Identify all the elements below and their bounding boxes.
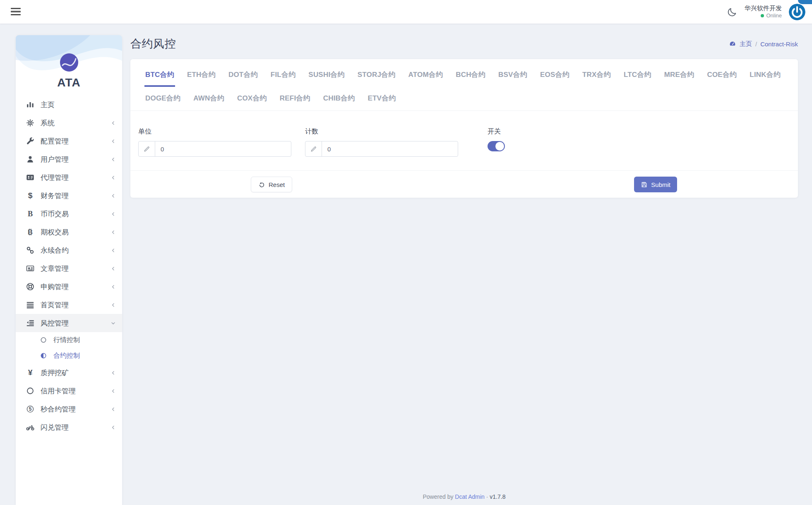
tab-chib-contract[interactable]: CHIB合约 <box>322 87 356 110</box>
sidebar-item-label: 币币交易 <box>41 209 110 219</box>
tab-mre-contract[interactable]: MRE合约 <box>663 63 695 87</box>
yen-icon: ¥ <box>26 368 35 377</box>
chevron-left-icon <box>110 406 116 412</box>
navbar-right-cluster: 华兴软件开发 Online <box>727 0 805 24</box>
tab-link-contract[interactable]: LINK合约 <box>749 63 781 87</box>
svg-text:¥: ¥ <box>28 368 33 377</box>
tab-etv-contract[interactable]: ETV合约 <box>367 87 396 110</box>
sidebar-item-label: 首页管理 <box>41 300 110 310</box>
tab-fil-contract[interactable]: FIL合约 <box>270 63 297 87</box>
main-content: 合约风控 主页 / Contract-Risk BTC合约ETH合约DOT合约F… <box>130 35 798 198</box>
user-status: Online <box>745 12 782 19</box>
circle-outline-icon <box>26 386 35 395</box>
switch-label: 开关 <box>488 127 505 136</box>
sidebar-item-agents[interactable]: 代理管理 <box>16 168 122 187</box>
sidebar-item-homepage[interactable]: 首页管理 <box>16 296 122 314</box>
sidebar-subitem-label: 行情控制 <box>53 336 116 345</box>
sidebar-item-subscription[interactable]: 申购管理 <box>16 278 122 296</box>
sidebar-item-credit-card[interactable]: 信用卡管理 <box>16 382 122 400</box>
tab-ltc-contract[interactable]: LTC合约 <box>623 63 652 87</box>
motorcycle-icon <box>26 423 35 432</box>
pencil-icon <box>305 141 322 156</box>
sidebar-item-config[interactable]: 配置管理 <box>16 132 122 150</box>
sidebar-item-risk-control[interactable]: 风控管理 <box>16 314 122 332</box>
count-input-group <box>305 141 458 157</box>
submit-label: Submit <box>651 181 670 188</box>
sidebar-item-label: 秒合约管理 <box>41 404 110 414</box>
sidebar-item-flash-swap[interactable]: 闪兑管理 <box>16 418 122 436</box>
sidebar-item-articles[interactable]: 文章管理 <box>16 259 122 278</box>
count-input[interactable] <box>322 141 458 156</box>
tab-awn-contract[interactable]: AWN合约 <box>192 87 225 110</box>
pencil-icon <box>139 141 155 156</box>
chevron-left-icon <box>110 120 116 126</box>
dark-mode-moon-icon[interactable] <box>727 7 738 17</box>
sidebar-item-staking[interactable]: ¥质押挖矿 <box>16 364 122 382</box>
sidebar-item-seconds-contract[interactable]: 5秒合约管理 <box>16 400 122 418</box>
dashboard-gauge-icon <box>729 40 736 48</box>
circle-outline-icon <box>40 336 47 344</box>
chevron-left-icon <box>110 284 116 290</box>
breadcrumb-home-link[interactable]: 主页 <box>740 40 752 48</box>
tab-btc-contract[interactable]: BTC合约 <box>144 63 175 87</box>
user-avatar[interactable] <box>789 4 805 20</box>
sidebar-item-home[interactable]: 主页 <box>16 96 122 114</box>
svg-text:5: 5 <box>29 406 32 412</box>
unit-input[interactable] <box>155 141 291 156</box>
tab-cox-contract[interactable]: COX合约 <box>236 87 268 110</box>
number-5-icon: 5 <box>26 404 35 414</box>
undo-icon <box>258 181 265 188</box>
tab-eth-contract[interactable]: ETH合约 <box>186 63 216 87</box>
online-label: Online <box>766 12 782 19</box>
brand-name: ATA <box>16 76 122 89</box>
tab-refi-contract[interactable]: REFI合约 <box>279 87 311 110</box>
sidebar-item-label: 财务管理 <box>41 191 110 201</box>
tab-eos-contract[interactable]: EOS合约 <box>539 63 570 87</box>
dcat-admin-link[interactable]: Dcat Admin <box>455 493 485 500</box>
page-header: 合约风控 主页 / Contract-Risk <box>130 35 798 53</box>
online-dot-icon <box>761 14 764 17</box>
sidebar-item-options-trade[interactable]: B期权交易 <box>16 223 122 241</box>
svg-text:$: $ <box>28 191 33 200</box>
chevron-left-icon <box>110 175 116 181</box>
tab-trx-contract[interactable]: TRX合约 <box>581 63 612 87</box>
tab-doge-contract[interactable]: DOGE合约 <box>144 87 181 110</box>
tab-atom-contract[interactable]: ATOM合约 <box>407 63 444 87</box>
sidebar-item-perpetual[interactable]: 永续合约 <box>16 241 122 259</box>
user-menu[interactable]: 华兴软件开发 Online <box>745 5 782 19</box>
brand-logo-icon[interactable] <box>60 53 78 72</box>
gear-icon <box>26 118 35 127</box>
switch-toggle[interactable] <box>488 141 505 151</box>
sidebar-item-finance[interactable]: $财务管理 <box>16 187 122 205</box>
sidebar-subitem-contract-control[interactable]: 合约控制 <box>16 348 122 364</box>
tab-bsv-contract[interactable]: BSV合约 <box>497 63 528 87</box>
tab-coe-contract[interactable]: COE合约 <box>706 63 738 87</box>
sidebar-item-users[interactable]: 用户管理 <box>16 150 122 168</box>
wrench-icon <box>26 136 35 146</box>
submit-button[interactable]: Submit <box>634 177 677 192</box>
sidebar-item-system[interactable]: 系统 <box>16 114 122 132</box>
chevron-down-icon <box>110 320 116 326</box>
tab-dot-contract[interactable]: DOT合约 <box>228 63 259 87</box>
toggle-knob <box>495 142 504 151</box>
breadcrumb-current[interactable]: Contract-Risk <box>760 41 798 48</box>
sidebar-item-label: 代理管理 <box>41 173 110 182</box>
switch-field: 开关 <box>488 127 505 151</box>
sidebar-item-spot-trade[interactable]: B币币交易 <box>16 205 122 223</box>
sidebar-item-label: 期权交易 <box>41 227 110 237</box>
svg-text:B: B <box>28 228 33 236</box>
hamburger-menu-icon[interactable] <box>11 7 21 16</box>
contract-risk-card: BTC合约ETH合约DOT合约FIL合约SUSHI合约STORJ合约ATOM合约… <box>130 59 798 198</box>
reset-button[interactable]: Reset <box>251 177 292 192</box>
tab-sushi-contract[interactable]: SUSHI合约 <box>308 63 345 87</box>
chevron-left-icon <box>110 302 116 308</box>
sidebar-item-label: 申购管理 <box>41 282 110 292</box>
tab-bch-contract[interactable]: BCH合约 <box>455 63 486 87</box>
dollar-icon: $ <box>26 191 35 200</box>
tabs-header: BTC合约ETH合约DOT合约FIL合约SUSHI合约STORJ合约ATOM合约… <box>130 59 798 111</box>
sidebar-subitem-market-control[interactable]: 行情控制 <box>16 332 122 348</box>
tab-storj-contract[interactable]: STORJ合约 <box>357 63 396 87</box>
chevron-left-icon <box>110 424 116 431</box>
top-navbar: 华兴软件开发 Online <box>0 0 812 24</box>
sidebar-item-label: 主页 <box>41 100 116 110</box>
